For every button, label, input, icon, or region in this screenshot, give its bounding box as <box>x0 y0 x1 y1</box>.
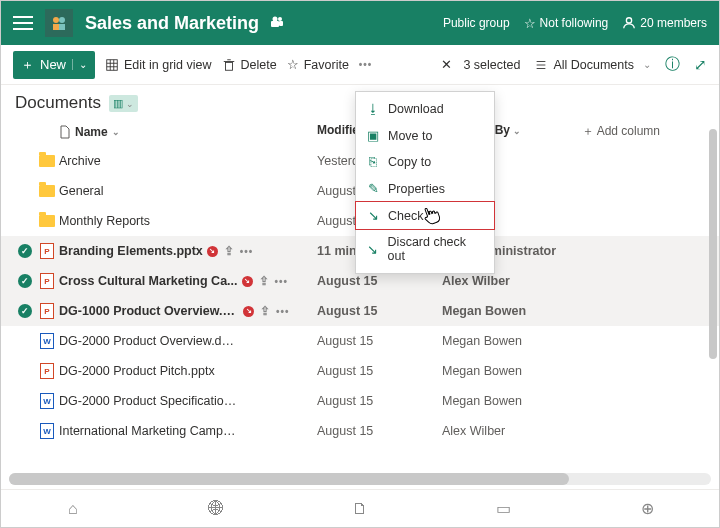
share-icon[interactable]: ⇪ <box>224 244 234 258</box>
check-in-icon: ↘ <box>366 208 380 223</box>
docx-icon: W <box>40 393 54 409</box>
checkmark-icon[interactable]: ✓ <box>18 244 32 258</box>
checkmark-icon[interactable]: ✓ <box>18 304 32 318</box>
file-name[interactable]: Branding Elements.pptx <box>59 244 203 258</box>
table-row[interactable]: WDG-2000 Product Overview.docxAugust 15M… <box>1 326 719 356</box>
checked-out-icon: ↘ <box>242 276 253 287</box>
vertical-scrollbar[interactable] <box>707 89 717 429</box>
info-icon[interactable]: ⓘ <box>665 55 680 74</box>
svg-point-8 <box>627 18 632 23</box>
star-icon: ☆ <box>287 57 299 72</box>
favorite-button[interactable]: ☆ Favorite <box>287 57 349 72</box>
menu-move-to[interactable]: ▣Move to <box>356 122 494 149</box>
library-dropdown-icon[interactable]: ▥ ⌄ <box>109 95 138 112</box>
follow-button[interactable]: ☆Not following <box>524 16 609 31</box>
move-icon: ▣ <box>366 128 380 143</box>
new-button-label: New <box>40 57 66 72</box>
share-icon[interactable]: ⇪ <box>260 304 270 318</box>
table-row[interactable]: ✓PDG-1000 Product Overview.p...↘⇪•••Augu… <box>1 296 719 326</box>
checked-out-icon: ↘ <box>243 306 254 317</box>
svg-rect-7 <box>279 21 283 26</box>
expand-icon[interactable]: ⤢ <box>694 56 707 74</box>
svg-point-5 <box>273 16 278 21</box>
nav-home-icon[interactable]: ⌂ <box>62 500 84 518</box>
table-row[interactable]: WDG-2000 Product Specification.docxAugus… <box>1 386 719 416</box>
file-name[interactable]: Monthly Reports <box>59 214 150 228</box>
hamburger-icon[interactable] <box>13 16 33 30</box>
svg-point-4 <box>278 17 282 21</box>
favorite-label: Favorite <box>304 58 349 72</box>
edit-grid-label: Edit in grid view <box>124 58 212 72</box>
command-bar: ＋ New ⌄ Edit in grid view Delete ☆ Favor… <box>1 45 719 85</box>
properties-icon: ✎ <box>366 181 380 196</box>
svg-rect-6 <box>271 21 279 27</box>
row-overflow-icon[interactable]: ••• <box>275 276 289 287</box>
members-button[interactable]: 20 members <box>622 16 707 30</box>
chevron-down-icon: ⌄ <box>643 59 651 70</box>
group-privacy[interactable]: Public group <box>443 16 510 30</box>
chevron-down-icon: ⌄ <box>72 59 87 70</box>
file-name[interactable]: General <box>59 184 103 198</box>
row-overflow-icon[interactable]: ••• <box>240 246 254 257</box>
menu-download[interactable]: ⭳Download <box>356 96 494 122</box>
members-label: 20 members <box>640 16 707 30</box>
view-switcher[interactable]: All Documents⌄ <box>534 58 651 72</box>
site-logo[interactable] <box>45 9 73 37</box>
file-name[interactable]: International Marketing Campaigns.docx <box>59 424 239 438</box>
edit-grid-button[interactable]: Edit in grid view <box>105 58 212 72</box>
file-name[interactable]: DG-2000 Product Pitch.pptx <box>59 364 215 378</box>
chevron-down-icon: ⌄ <box>513 126 521 136</box>
new-button[interactable]: ＋ New ⌄ <box>13 51 95 79</box>
menu-discard-label: Discard check out <box>388 235 484 263</box>
file-name[interactable]: DG-2000 Product Overview.docx <box>59 334 239 348</box>
trash-icon <box>222 58 236 72</box>
share-icon[interactable]: ⇪ <box>259 274 269 288</box>
nav-add-icon[interactable]: ⊕ <box>636 499 658 518</box>
horizontal-scrollbar[interactable] <box>9 473 711 485</box>
nav-page-icon[interactable]: ▭ <box>493 499 515 518</box>
docx-icon: W <box>40 333 54 349</box>
pptx-icon: P <box>40 243 54 259</box>
list-icon <box>534 58 548 72</box>
nav-files-icon[interactable]: 🗋 <box>349 500 371 518</box>
svg-rect-9 <box>107 59 118 70</box>
menu-copy-label: Copy to <box>388 155 431 169</box>
modified-by: Megan Bowen <box>442 394 582 408</box>
modified-date: August 15 <box>317 424 442 438</box>
modified-date: August 15 <box>317 334 442 348</box>
pptx-icon: P <box>40 273 54 289</box>
teams-icon[interactable] <box>269 14 285 33</box>
checked-out-icon: ↘ <box>207 246 218 257</box>
menu-copy-to[interactable]: ⎘Copy to <box>356 149 494 175</box>
column-name[interactable]: Name ⌄ <box>59 123 317 140</box>
modified-by: Megan Bowen <box>442 334 582 348</box>
discard-icon: ↘ <box>366 242 380 257</box>
table-row[interactable]: PDG-2000 Product Pitch.pptxAugust 15Mega… <box>1 356 719 386</box>
add-column-button[interactable]: ＋ Add column <box>582 123 660 140</box>
row-overflow-icon[interactable]: ••• <box>276 306 290 317</box>
menu-discard-checkout[interactable]: ↘Discard check out <box>356 229 494 269</box>
modified-by: Alex Wilber <box>442 274 582 288</box>
modified-date: August 15 <box>317 304 442 318</box>
bottom-nav: ⌂ 🌐︎ 🗋 ▭ ⊕ <box>1 489 719 527</box>
copy-icon: ⎘ <box>366 155 380 169</box>
modified-date: August 15 <box>317 364 442 378</box>
selection-count[interactable]: ✕ 3 selected <box>441 57 520 72</box>
pptx-icon: P <box>40 303 54 319</box>
file-name[interactable]: DG-2000 Product Specification.docx <box>59 394 239 408</box>
file-name[interactable]: Cross Cultural Marketing Ca... <box>59 274 238 288</box>
checkmark-icon[interactable]: ✓ <box>18 274 32 288</box>
delete-button[interactable]: Delete <box>222 58 277 72</box>
file-name[interactable]: Archive <box>59 154 101 168</box>
table-row[interactable]: WInternational Marketing Campaigns.docxA… <box>1 416 719 446</box>
file-name[interactable]: DG-1000 Product Overview.p... <box>59 304 239 318</box>
grid-icon <box>105 58 119 72</box>
selection-label: 3 selected <box>463 58 520 72</box>
view-label: All Documents <box>553 58 634 72</box>
overflow-button[interactable]: ••• <box>359 59 373 70</box>
folder-icon <box>39 155 55 167</box>
site-title[interactable]: Sales and Marketing <box>85 13 259 34</box>
nav-globe-icon[interactable]: 🌐︎ <box>205 500 227 518</box>
menu-properties[interactable]: ✎Properties <box>356 175 494 202</box>
svg-rect-2 <box>53 24 59 30</box>
